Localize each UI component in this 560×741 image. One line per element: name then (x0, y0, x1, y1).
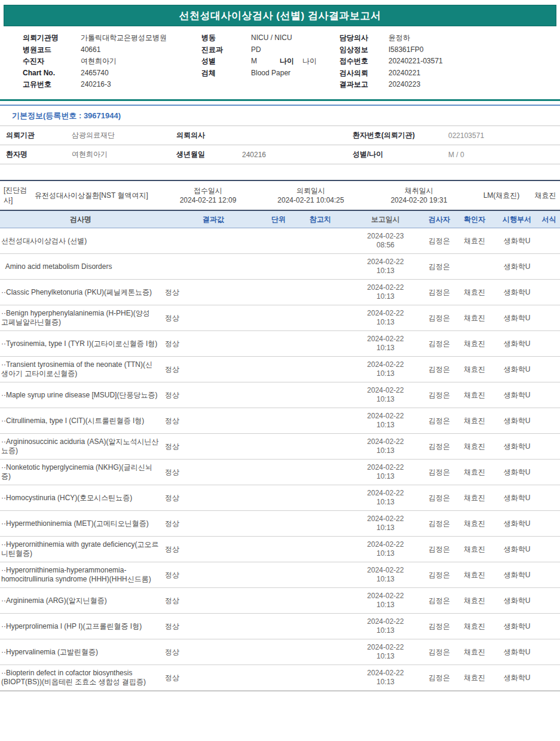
result-reported: 2024-02-22 10:13 (345, 592, 426, 610)
result-department: 생화학U (496, 390, 538, 400)
result-confirmer: 채효진 (453, 673, 496, 683)
result-reported-time: 10:13 (345, 446, 426, 455)
result-confirmer: 채효진 (453, 416, 496, 426)
result-test-name: Amino acid metabolism Disorders (0, 259, 161, 274)
result-test-name: 선천성대사이상검사 (선별) (0, 234, 161, 249)
result-tester: 김정은 (426, 365, 453, 375)
result-tester: 김정은 (426, 647, 453, 657)
result-tester: 김정은 (426, 673, 453, 683)
result-department: 생화학U (496, 621, 538, 632)
result-reported-date: 2024-02-22 (345, 309, 426, 318)
result-reported-time: 10:13 (345, 292, 426, 301)
result-reported: 2024-02-22 10:13 (345, 386, 426, 404)
result-value: 정상 (161, 544, 262, 555)
result-row: 선천성대사이상검사 (선별) 2024-02-23 08:56 김정은 채효진 … (0, 228, 560, 254)
request-datetime-label: 의뢰일시 (256, 186, 366, 195)
field-label-secondary: 나이 (280, 56, 294, 68)
field-label: 임상정보 (339, 44, 388, 56)
header-test-name: 검사명 (0, 215, 161, 224)
result-reported-date: 2024-02-22 (345, 437, 426, 446)
result-reported-time: 10:13 (345, 678, 426, 687)
result-test-name: ··Nonketotic hyperglycinemia (NKHG)(글리신뇌… (0, 460, 161, 484)
result-reported-time: 10:13 (345, 498, 426, 507)
result-value: 정상 (161, 365, 262, 375)
patient-header-right-column: 담당의사 윤정하 임상정보 I58361FP0 접수번호 20240221-03… (339, 32, 443, 91)
field-label: 결과보고 (339, 79, 388, 91)
result-department: 생화학U (496, 339, 538, 349)
result-department: 생화학U (496, 262, 538, 272)
field-value: 240216-3 (81, 79, 111, 91)
result-tester: 김정은 (426, 339, 453, 349)
result-row: ··Benign hyperphenylalaninemia (H-PHE)(양… (0, 305, 560, 331)
result-row: ··Hyperornithinemia-hyperammonemia-homoc… (0, 562, 560, 588)
result-reported-date: 2024-02-23 (345, 232, 426, 241)
field-value: 윤정하 (388, 32, 410, 44)
result-value: 정상 (161, 287, 262, 298)
result-test-name: ··Hypermethioninemia (MET)(고메티오닌혈증) (0, 516, 161, 531)
field-label: 검사의뢰 (339, 68, 388, 79)
result-value: 정상 (161, 416, 262, 426)
result-test-name: ··Biopterin defect in cofactor biosynthe… (0, 666, 161, 690)
patient-header-field: 접수번호 20240221-03571 (339, 56, 443, 68)
request-datetime: 의뢰일시 2024-02-21 10:04:25 (256, 186, 366, 205)
result-reported-date: 2024-02-22 (345, 566, 426, 575)
patient-header-field: 검체 Blood Paper (201, 68, 331, 79)
result-row: ··Transient tyrosinemia of the neonate (… (0, 357, 560, 382)
result-reported-date: 2024-02-22 (345, 489, 426, 498)
field-label: 고유번호 (23, 79, 81, 91)
field-value: 여현희아기 (81, 56, 117, 68)
result-confirmer: 채효진 (453, 544, 496, 555)
result-value: 정상 (161, 570, 262, 580)
result-row: Amino acid metabolism Disorders 2024-02-… (0, 254, 560, 280)
patient-header-field: 결과보고 20240223 (339, 79, 443, 91)
result-department: 생화학U (496, 287, 538, 298)
result-reported: 2024-02-22 10:13 (345, 360, 426, 378)
result-reported: 2024-02-22 10:13 (345, 412, 426, 430)
result-row: ··Argininosuccinic aciduria (ASA)(알지노석시닌… (0, 434, 560, 460)
result-row: ··Tyrosinemia, type I (TYR I)(고타이로신혈증 I형… (0, 331, 560, 357)
result-department: 생화학U (496, 236, 538, 246)
result-confirmer: 채효진 (453, 596, 496, 606)
result-department: 생화학U (496, 673, 538, 683)
result-reported-time: 10:13 (345, 652, 426, 661)
result-value: 정상 (161, 467, 262, 477)
basic-info-table: 의뢰기관 삼광의료재단 의뢰의사 환자번호(의뢰기관) 022103571 환자… (0, 125, 560, 164)
result-confirmer: 채효진 (453, 570, 496, 580)
header-reported: 보고일시 (345, 215, 426, 224)
header-reference: 참고치 (295, 215, 345, 225)
header-unit: 단위 (262, 215, 295, 225)
result-test-name: ··Homocystinuria (HCY)(호모시스틴뇨증) (0, 491, 161, 506)
result-value: 정상 (161, 519, 262, 529)
result-row: ··Hyperornithinemia with gyrate deficien… (0, 537, 560, 562)
field-label: Chart No. (23, 68, 81, 79)
result-reported-time: 10:13 (345, 626, 426, 635)
basic-info-row: 의뢰기관 삼광의료재단 의뢰의사 환자번호(의뢰기관) 022103571 (0, 126, 560, 145)
result-department: 생화학U (496, 519, 538, 529)
result-reported-date: 2024-02-22 (345, 617, 426, 626)
results-table-header: 검사명 결과값 단위 참고치 보고일시 검사자 확인자 시행부서 서식 (0, 210, 560, 228)
result-department: 생화학U (496, 596, 538, 606)
result-reported-time: 10:13 (345, 523, 426, 532)
field-label: 접수번호 (339, 56, 388, 68)
field-value: NICU / NICU (251, 32, 292, 44)
result-tester: 김정은 (426, 621, 453, 632)
result-row: ··Classic Phenylketonuria (PKU)(페닐케톤뇨증) … (0, 280, 560, 305)
result-test-name: ··Maple syrup urine disease [MSUD](단풍당뇨증… (0, 388, 161, 403)
receipt-datetime-value: 2024-02-21 12:09 (160, 195, 256, 205)
result-reported-time: 10:13 (345, 549, 426, 558)
result-row: ··Nonketotic hyperglycinemia (NKHG)(글리신뇌… (0, 460, 560, 485)
result-confirmer: 채효진 (453, 339, 496, 349)
phlebotomist: 채효진 (531, 191, 560, 201)
result-reported: 2024-02-22 10:13 (345, 617, 426, 635)
patient-header-field: Chart No. 2465740 (23, 68, 167, 79)
field-value: PD (251, 44, 280, 56)
result-confirmer: 채효진 (453, 236, 496, 246)
result-test-name: ··Argininemia (ARG)(알지닌혈증) (0, 593, 161, 608)
result-reported-time: 10:13 (345, 318, 426, 327)
field-label: 검체 (201, 68, 251, 79)
result-tester: 김정은 (426, 390, 453, 400)
result-value: 정상 (161, 596, 262, 606)
result-reported: 2024-02-22 10:13 (345, 258, 426, 275)
result-value: 정상 (161, 647, 262, 657)
result-row: ··Hypermethioninemia (MET)(고메티오닌혈증) 정상 2… (0, 511, 560, 537)
